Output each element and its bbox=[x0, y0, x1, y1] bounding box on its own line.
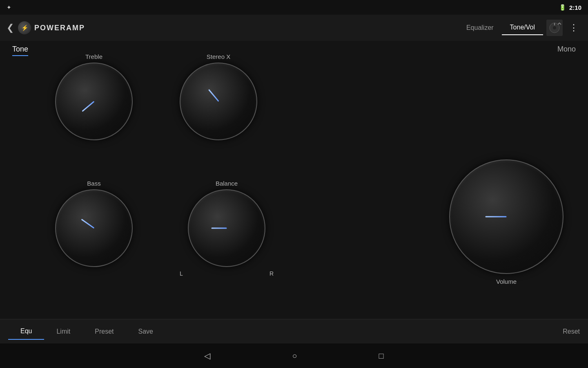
balance-left-label: L bbox=[180, 270, 183, 277]
stereo-x-knob-wrap: Stereo X bbox=[180, 53, 257, 140]
tab-tonevol[interactable]: Tone/Vol bbox=[502, 20, 543, 35]
treble-label: Treble bbox=[85, 53, 102, 60]
tab-equalizer[interactable]: Equalizer bbox=[458, 21, 502, 35]
battery-icon: 🔋 bbox=[559, 4, 566, 11]
nav-limit[interactable]: Limit bbox=[44, 324, 82, 339]
bass-knob-wrap: Bass bbox=[55, 180, 133, 267]
volume-knob[interactable] bbox=[449, 159, 564, 274]
album-art-icon[interactable] bbox=[546, 20, 563, 36]
svg-point-2 bbox=[553, 26, 556, 29]
treble-knob[interactable] bbox=[55, 63, 133, 140]
reset-button[interactable]: Reset bbox=[563, 328, 580, 335]
volume-label: Volume bbox=[496, 278, 517, 285]
menu-button[interactable]: ⋮ bbox=[566, 22, 581, 33]
time-display: 2:10 bbox=[569, 4, 581, 11]
stereo-x-knob[interactable] bbox=[180, 63, 257, 140]
treble-knob-wrap: Treble bbox=[55, 53, 133, 140]
top-bar: ❮ ⚡ POWERAMP Equalizer Tone/Vol ⋮ bbox=[0, 15, 588, 41]
bass-label: Bass bbox=[87, 180, 100, 187]
volume-knob-wrap: Volume bbox=[449, 159, 564, 287]
android-home-button[interactable]: ○ bbox=[292, 351, 297, 361]
notification-icon: ✦ bbox=[7, 4, 11, 11]
nav-save[interactable]: Save bbox=[126, 324, 165, 339]
nav-preset[interactable]: Preset bbox=[82, 324, 126, 339]
logo-icon: ⚡ bbox=[18, 21, 31, 34]
android-back-button[interactable]: ◁ bbox=[204, 351, 210, 361]
status-bar: ✦ 🔋 2:10 bbox=[0, 0, 588, 15]
app-logo: ⚡ POWERAMP bbox=[18, 21, 85, 34]
balance-label: Balance bbox=[216, 180, 238, 187]
bottom-nav: Equ Limit Preset Save Reset bbox=[0, 319, 588, 343]
android-recents-button[interactable]: □ bbox=[379, 351, 384, 361]
app-name: POWERAMP bbox=[34, 24, 85, 32]
main-content: Tone Mono Treble Stereo X Bass Balance L… bbox=[0, 41, 588, 343]
android-nav-bar: ◁ ○ □ bbox=[0, 343, 588, 368]
back-button[interactable]: ❮ bbox=[7, 22, 14, 33]
stereo-x-label: Stereo X bbox=[207, 53, 230, 60]
balance-knob[interactable] bbox=[188, 189, 265, 267]
nav-equ[interactable]: Equ bbox=[8, 323, 44, 340]
balance-knob-wrap: Balance L R bbox=[180, 180, 274, 277]
tone-tab-label[interactable]: Tone bbox=[12, 45, 28, 56]
balance-right-label: R bbox=[270, 270, 274, 277]
mono-button[interactable]: Mono bbox=[557, 45, 576, 54]
bass-knob[interactable] bbox=[55, 189, 133, 267]
